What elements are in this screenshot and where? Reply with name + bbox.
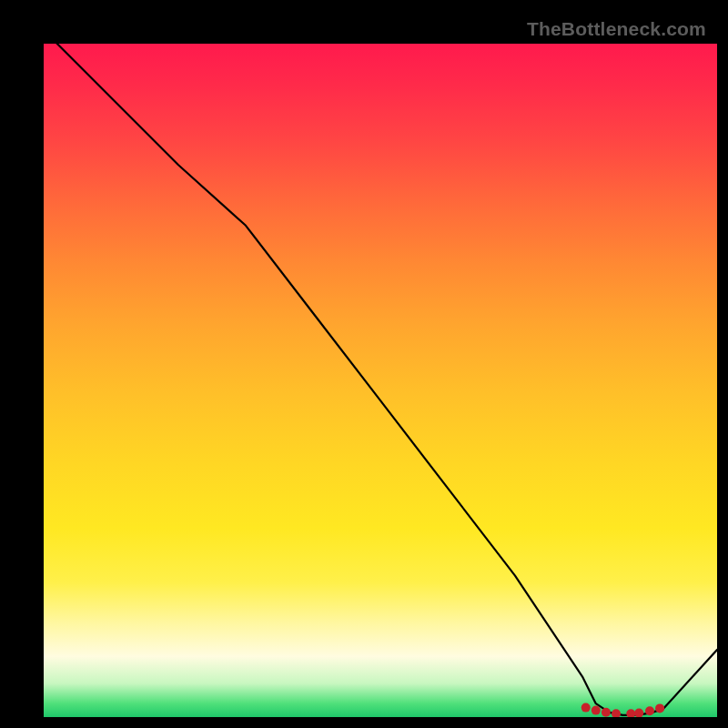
chart-frame: TheBottleneck.com [16, 16, 712, 712]
watermark-label: TheBottleneck.com [527, 18, 706, 40]
chart-plot-area [44, 44, 717, 717]
